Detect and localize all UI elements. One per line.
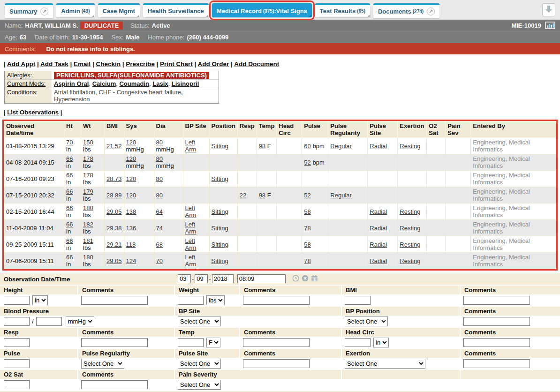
value-link[interactable]: 21.52 (106, 143, 122, 150)
value-link[interactable]: 70 (156, 257, 163, 264)
obs-time-input[interactable] (237, 274, 286, 283)
tab-health-surveillance[interactable]: Health Surveillance (143, 3, 209, 17)
value-link[interactable]: 66 (66, 188, 73, 195)
value-link[interactable]: Radial (370, 143, 387, 150)
pulse-comments-input[interactable] (243, 359, 310, 368)
pain-severity-select[interactable]: Select One (178, 380, 221, 390)
temp-input[interactable] (178, 338, 204, 347)
value-link[interactable]: 181 (83, 237, 93, 244)
value-link[interactable]: 120 (126, 175, 136, 182)
conditions-link[interactable]: Conditions: (7, 89, 38, 96)
height-unit-select[interactable]: in (32, 295, 48, 305)
current-meds-link[interactable]: Current Meds: (7, 80, 45, 87)
value-link[interactable]: 80 (156, 155, 163, 162)
weight-comments-input[interactable] (243, 296, 310, 305)
value-link[interactable]: 74 (156, 225, 163, 232)
head-circ-comments-input[interactable] (463, 338, 530, 347)
o2-sat-input[interactable] (4, 380, 30, 389)
value-link[interactable]: 80 (156, 139, 163, 146)
clear-icon[interactable] (302, 275, 309, 283)
value-link[interactable]: 98 (259, 143, 265, 150)
bmi-input[interactable] (345, 296, 371, 305)
value-link[interactable]: Sitting (212, 208, 228, 215)
value-link[interactable]: 66 (66, 155, 73, 162)
value-link[interactable]: 120 (126, 192, 136, 199)
value-link[interactable]: 66 (66, 254, 73, 261)
value-link[interactable]: 182 (83, 221, 93, 228)
head-circ-unit-select[interactable]: in (373, 338, 389, 347)
value-link[interactable]: 118 (126, 241, 136, 248)
current-med-link[interactable]: Calcium (92, 80, 116, 87)
value-link[interactable]: Resting (400, 143, 420, 150)
condition-link[interactable]: Atrial fibrillation (54, 89, 95, 96)
obs-day-input[interactable] (195, 274, 208, 283)
value-link[interactable]: 22 (240, 192, 246, 199)
current-med-link[interactable]: Lisinopril (172, 80, 199, 87)
value-link[interactable]: Resting (400, 208, 420, 215)
value-link[interactable]: Resting (400, 241, 420, 248)
bp-systolic-input[interactable] (4, 317, 30, 326)
value-link[interactable]: 29.05 (106, 257, 122, 264)
value-link[interactable]: 78 (304, 225, 310, 232)
bp-position-select[interactable]: Select One (345, 317, 388, 326)
value-link[interactable]: 136 (126, 225, 136, 232)
value-link[interactable]: 178 (83, 172, 93, 179)
external-link-icon[interactable]: ↗ (427, 8, 435, 15)
bmi-comments-input[interactable] (463, 296, 530, 305)
current-med-link[interactable]: Coumadin (119, 80, 149, 87)
duplicate-badge[interactable]: DUPLICATE (80, 22, 123, 30)
value-link[interactable]: 58 (304, 208, 310, 215)
value-link[interactable]: 80 (156, 175, 163, 182)
value-link[interactable]: 58 (304, 241, 310, 248)
pulse-regularity-select[interactable]: Select One (81, 359, 124, 369)
value-link[interactable]: 150 (83, 139, 93, 146)
bp-unit-select[interactable]: mmHg (66, 317, 94, 326)
value-link[interactable]: 66 (66, 237, 73, 244)
tab-medical-record[interactable]: Medical Record (375):Vital Signs (212, 3, 312, 17)
pulse-input[interactable] (4, 359, 30, 368)
value-link[interactable]: 180 (83, 254, 93, 261)
value-link[interactable]: 66 (66, 204, 73, 211)
tab-case-mgmt[interactable]: Case Mgmt (98, 3, 140, 17)
value-link[interactable]: Left Arm (185, 204, 197, 219)
value-link[interactable]: 180 (83, 204, 93, 211)
weight-input[interactable] (178, 296, 204, 305)
clock-icon[interactable] (292, 275, 299, 283)
action-link-add-order[interactable]: Add Order (198, 60, 229, 68)
scroll-down-button[interactable] (542, 3, 555, 16)
pulse-site-select[interactable]: Select One (178, 359, 221, 369)
value-link[interactable]: 138 (126, 208, 136, 215)
value-link[interactable]: Sitting (212, 175, 228, 182)
action-link-add-document[interactable]: Add Document (234, 60, 279, 68)
o2-sat-comments-input[interactable] (81, 380, 148, 389)
obs-year-input[interactable] (212, 274, 234, 283)
value-link[interactable]: Sitting (212, 225, 228, 232)
value-link[interactable]: Sitting (212, 257, 228, 264)
value-link[interactable]: 66 (66, 221, 73, 228)
value-link[interactable]: 120 (126, 139, 136, 146)
head-circ-input[interactable] (345, 338, 371, 347)
value-link[interactable]: 68 (156, 241, 163, 248)
value-link[interactable]: 28.73 (106, 175, 122, 182)
value-link[interactable]: 179 (83, 188, 93, 195)
resp-input[interactable] (4, 338, 30, 347)
value-link[interactable]: Resting (400, 257, 420, 264)
calendar-icon[interactable] (311, 275, 318, 283)
value-link[interactable]: Sitting (212, 143, 228, 150)
temp-comments-input[interactable] (243, 338, 310, 347)
value-link[interactable]: 120 (126, 155, 136, 162)
value-link[interactable]: Radial (370, 208, 387, 215)
bp-diastolic-input[interactable] (36, 317, 62, 326)
value-link[interactable]: 124 (126, 257, 136, 264)
bp-comments-input[interactable] (463, 317, 530, 326)
action-link-add-appt[interactable]: Add Appt (7, 60, 35, 68)
value-link[interactable]: 29.38 (106, 225, 122, 232)
tab-documents[interactable]: Documents (274)↗ (373, 3, 439, 18)
allergies-link[interactable]: Allergies: (7, 72, 32, 79)
value-link[interactable]: Left Arm (185, 237, 197, 251)
action-link-print-chart[interactable]: Print Chart (160, 60, 193, 68)
weight-unit-select[interactable]: lbs (206, 295, 225, 305)
value-link[interactable]: Regular (330, 143, 352, 150)
height-comments-input[interactable] (81, 296, 148, 305)
value-link[interactable]: Left Arm (185, 139, 197, 153)
